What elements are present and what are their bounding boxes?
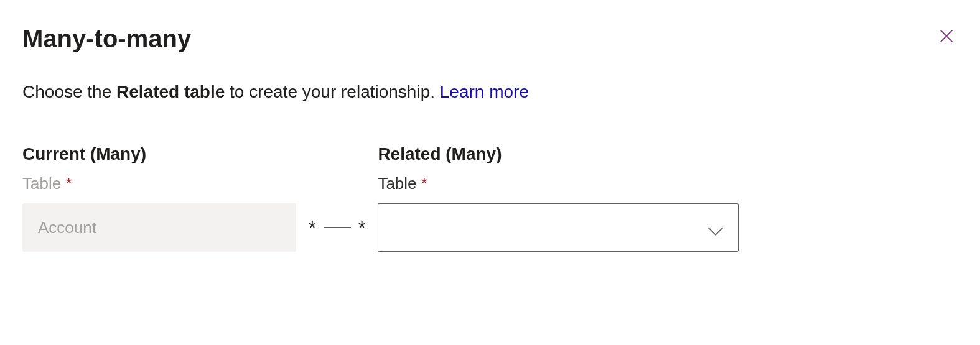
- learn-more-link[interactable]: Learn more: [440, 82, 529, 101]
- connector-star-right: *: [358, 217, 366, 238]
- close-icon: [938, 37, 955, 47]
- current-table-field-label: Table *: [22, 174, 296, 193]
- required-indicator: *: [65, 174, 72, 193]
- close-button[interactable]: [935, 25, 958, 47]
- related-table-label-text: Table: [378, 174, 416, 193]
- description-text: Choose the Related table to create your …: [22, 82, 958, 102]
- description-prefix: Choose the: [22, 82, 116, 101]
- current-table-value: Account: [38, 218, 96, 237]
- relationship-form-row: Current (Many) Table * Account * * Relat…: [22, 144, 958, 252]
- chevron-down-icon: [707, 222, 724, 233]
- related-table-column: Related (Many) Table *: [378, 144, 739, 252]
- current-table-field: Account: [22, 203, 296, 252]
- current-table-label-text: Table: [22, 174, 61, 193]
- connector-line: [324, 227, 351, 228]
- current-section-heading: Current (Many): [22, 144, 296, 164]
- related-table-dropdown[interactable]: [378, 203, 739, 252]
- required-indicator: *: [421, 174, 427, 193]
- description-bold: Related table: [116, 82, 225, 101]
- dialog-header: Many-to-many: [22, 25, 958, 52]
- connector-star-left: *: [309, 217, 316, 238]
- related-table-field-label: Table *: [378, 174, 739, 193]
- page-title: Many-to-many: [22, 25, 191, 52]
- relationship-connector: * *: [296, 203, 378, 252]
- related-section-heading: Related (Many): [378, 144, 739, 164]
- current-table-column: Current (Many) Table * Account: [22, 144, 296, 252]
- description-suffix: to create your relationship.: [225, 82, 440, 101]
